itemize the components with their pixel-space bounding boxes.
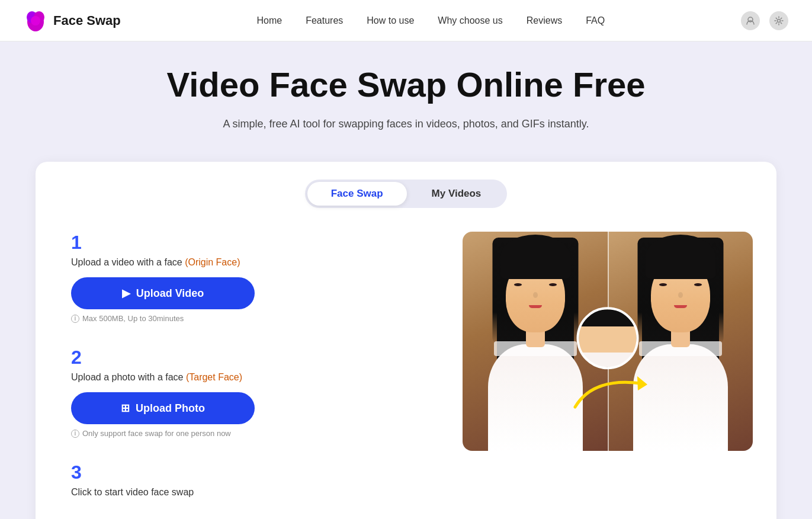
upload-video-button[interactable]: ▶ Upload Video bbox=[71, 277, 255, 309]
logo-text: Face Swap bbox=[53, 13, 121, 28]
upload-photo-label: Upload Photo bbox=[136, 402, 205, 415]
tabs-container: Face Swap My Videos bbox=[59, 180, 753, 208]
step-1-label-prefix: Upload a video with a face bbox=[71, 257, 185, 267]
arrow-overlay bbox=[557, 366, 658, 418]
step-2-label-suffix: (Target Face) bbox=[186, 372, 242, 382]
info-icon-1: i bbox=[71, 315, 79, 323]
upload-video-label: Upload Video bbox=[136, 287, 204, 300]
step-1-label: Upload a video with a face (Origin Face) bbox=[71, 257, 427, 268]
upload-photo-note-text: Only support face swap for one person no… bbox=[82, 429, 231, 438]
photo-icon: ⊞ bbox=[121, 402, 130, 415]
nav-why-choose-us[interactable]: Why choose us bbox=[438, 15, 502, 26]
tab-my-videos[interactable]: My Videos bbox=[408, 182, 505, 206]
tabs: Face Swap My Videos bbox=[305, 180, 508, 208]
content-area: 1 Upload a video with a face (Origin Fac… bbox=[59, 232, 753, 519]
nav-reviews[interactable]: Reviews bbox=[527, 15, 562, 26]
svg-marker-6 bbox=[637, 376, 647, 390]
main-content: Video Face Swap Online Free A simple, fr… bbox=[0, 41, 812, 519]
arrow-svg bbox=[557, 366, 658, 416]
main-card: Face Swap My Videos 1 Upload a video wit… bbox=[36, 162, 776, 519]
header: Face Swap Home Features How to use Why c… bbox=[0, 0, 812, 41]
nav-features[interactable]: Features bbox=[306, 15, 343, 26]
nav-faq[interactable]: FAQ bbox=[586, 15, 605, 26]
svg-point-3 bbox=[31, 16, 40, 25]
user-icon-btn[interactable] bbox=[741, 11, 760, 30]
step-3-number: 3 bbox=[71, 462, 427, 483]
upload-photo-button[interactable]: ⊞ Upload Photo bbox=[71, 392, 255, 424]
play-icon: ▶ bbox=[122, 287, 130, 300]
info-icon-2: i bbox=[71, 430, 79, 438]
upload-video-note: i Max 500MB, Up to 30minutes bbox=[71, 314, 427, 323]
tab-face-swap[interactable]: Face Swap bbox=[307, 182, 407, 206]
step-1-label-suffix: (Origin Face) bbox=[185, 257, 240, 267]
settings-icon bbox=[774, 16, 784, 25]
main-nav: Home Features How to use Why choose us R… bbox=[256, 15, 605, 26]
hero-subtitle: A simple, free AI tool for swapping face… bbox=[24, 116, 788, 133]
user-icon bbox=[746, 16, 755, 25]
svg-point-5 bbox=[778, 19, 781, 22]
logo[interactable]: Face Swap bbox=[24, 9, 121, 33]
nav-how-to-use[interactable]: How to use bbox=[367, 15, 414, 26]
step-3: 3 Click to start video face swap bbox=[71, 462, 427, 498]
step-3-label: Click to start video face swap bbox=[71, 487, 427, 498]
settings-icon-btn[interactable] bbox=[769, 11, 788, 30]
step-1: 1 Upload a video with a face (Origin Fac… bbox=[71, 232, 427, 323]
face-circle-overlay bbox=[577, 307, 639, 370]
steps-area: 1 Upload a video with a face (Origin Fac… bbox=[59, 232, 427, 519]
header-icons bbox=[741, 11, 788, 30]
step-2: 2 Upload a photo with a face (Target Fac… bbox=[71, 347, 427, 438]
step-2-label-prefix: Upload a photo with a face bbox=[71, 372, 186, 382]
upload-photo-note: i Only support face swap for one person … bbox=[71, 429, 427, 438]
step-2-number: 2 bbox=[71, 347, 427, 369]
nav-home[interactable]: Home bbox=[256, 15, 282, 26]
step-2-label: Upload a photo with a face (Target Face) bbox=[71, 372, 427, 383]
logo-icon bbox=[24, 9, 47, 33]
step-1-number: 1 bbox=[71, 232, 427, 254]
hero-section: Video Face Swap Online Free A simple, fr… bbox=[0, 65, 812, 144]
step-3-label-prefix: Click to start video face swap bbox=[71, 487, 194, 497]
preview-area bbox=[463, 232, 753, 451]
upload-video-note-text: Max 500MB, Up to 30minutes bbox=[82, 314, 184, 323]
hero-title: Video Face Swap Online Free bbox=[24, 65, 788, 105]
